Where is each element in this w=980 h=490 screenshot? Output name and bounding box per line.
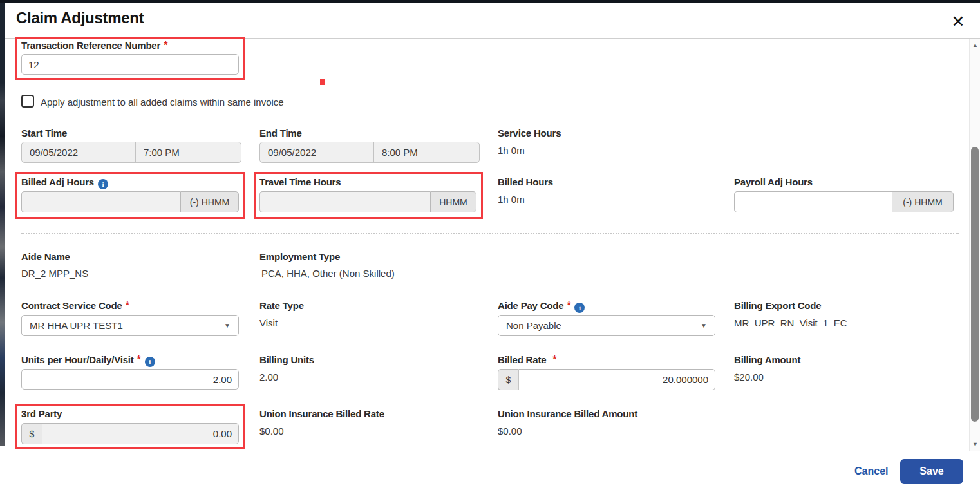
start-time-label: Start Time: [21, 127, 67, 138]
billing-export-code-value: MR_UPR_RN_Visit_1_EC: [734, 317, 847, 328]
scrollbar: ▲ ▼: [969, 39, 980, 451]
required-asterisk: *: [567, 300, 570, 311]
claim-adjustment-page: Claim Adjustment ✕ Transaction Reference…: [0, 0, 980, 490]
dollar-prefix: $: [21, 423, 42, 444]
contract-service-code-label: Contract Service Code*: [21, 300, 129, 312]
billed-hours-value: 1h 0m: [498, 194, 525, 205]
third-party-label: 3rd Party: [21, 408, 62, 419]
contract-service-code-value: MR HHA UPR TEST1: [30, 320, 123, 331]
billed-adj-hours-input[interactable]: [21, 191, 180, 212]
billing-amount-label: Billing Amount: [734, 354, 800, 365]
start-time-input[interactable]: 7:00 PM: [136, 142, 241, 162]
modal-title: Claim Adjustment: [16, 9, 144, 27]
scroll-down-icon[interactable]: ▼: [970, 439, 980, 449]
end-date-input[interactable]: 09/05/2022: [260, 142, 374, 162]
billed-adj-hours-group: (-) HHMM: [21, 191, 239, 212]
union-insurance-billed-rate-label: Union Insurance Billed Rate: [259, 408, 384, 419]
required-asterisk: *: [552, 354, 556, 365]
travel-time-hours-input[interactable]: [259, 191, 430, 212]
end-time-label: End Time: [259, 127, 302, 138]
units-per-hour-label: Units per Hour/Daily/Visit*i: [21, 354, 155, 367]
end-time-input[interactable]: 8:00 PM: [374, 142, 479, 162]
service-hours-label: Service Hours: [498, 127, 561, 138]
backdrop-left-strip: [0, 3, 5, 446]
save-button[interactable]: Save: [900, 459, 963, 484]
union-insurance-billed-amount-label: Union Insurance Billed Amount: [498, 408, 637, 419]
billed-rate-group: $: [498, 369, 715, 390]
rate-type-value: Visit: [259, 317, 278, 328]
annotation-red-dot: [320, 79, 325, 85]
payroll-adj-hours-group: (-) HHMM: [734, 191, 954, 212]
apply-adjustment-checkbox[interactable]: [21, 95, 34, 108]
billing-units-label: Billing Units: [259, 354, 314, 365]
travel-time-hours-group: HHMM: [259, 191, 476, 212]
info-icon[interactable]: i: [98, 179, 108, 189]
dollar-prefix: $: [498, 369, 518, 390]
billed-rate-input[interactable]: [518, 369, 715, 390]
apply-adjustment-label: Apply adjustment to all added claims wit…: [41, 97, 284, 108]
employment-type-value: PCA, HHA, Other (Non Skilled): [261, 268, 395, 279]
chevron-down-icon: ▼: [224, 322, 231, 329]
transaction-ref-input[interactable]: [21, 54, 239, 75]
billed-hours-label: Billed Hours: [498, 176, 553, 187]
travel-time-hours-addon: HHMM: [430, 191, 476, 212]
modal-header: [5, 3, 980, 39]
aide-name-value: DR_2 MPP_NS: [21, 268, 88, 279]
union-insurance-billed-amount-value: $0.00: [498, 426, 522, 437]
contract-service-code-select[interactable]: MR HHA UPR TEST1 ▼: [21, 315, 239, 336]
aide-pay-code-value: Non Payable: [506, 320, 561, 331]
billed-adj-hours-addon: (-) HHMM: [180, 191, 239, 212]
billed-adj-hours-label: Billed Adj Hoursi: [21, 176, 108, 189]
modal-footer: [5, 451, 980, 490]
billing-amount-value: $20.00: [734, 372, 764, 382]
required-asterisk: *: [137, 354, 141, 365]
scrollbar-thumb[interactable]: [971, 147, 979, 422]
third-party-group: $: [21, 423, 239, 444]
transaction-ref-label: Transaction Reference Number*: [21, 40, 167, 52]
info-icon[interactable]: i: [574, 303, 585, 313]
billed-rate-label: Billed Rate*: [498, 354, 556, 366]
close-icon[interactable]: ✕: [948, 12, 968, 31]
units-per-hour-input[interactable]: [21, 369, 239, 390]
service-hours-value: 1h 0m: [498, 145, 525, 156]
end-time-group: 09/05/2022 8:00 PM: [259, 142, 480, 163]
billing-export-code-label: Billing Export Code: [734, 300, 821, 311]
required-asterisk: *: [126, 300, 129, 311]
third-party-input[interactable]: [42, 423, 239, 444]
info-icon[interactable]: i: [145, 357, 155, 367]
section-divider: [21, 233, 959, 234]
chevron-down-icon: ▼: [701, 322, 707, 329]
claim-adjustment-modal: [5, 3, 980, 490]
aide-pay-code-select[interactable]: Non Payable ▼: [498, 315, 715, 336]
employment-type-label: Employment Type: [259, 251, 340, 262]
cancel-button[interactable]: Cancel: [854, 466, 888, 477]
payroll-adj-hours-label: Payroll Adj Hours: [734, 176, 813, 187]
billing-units-value: 2.00: [259, 372, 278, 382]
start-time-group: 09/05/2022 7:00 PM: [21, 142, 241, 163]
rate-type-label: Rate Type: [259, 300, 304, 311]
required-asterisk: *: [164, 40, 167, 51]
union-insurance-billed-rate-value: $0.00: [259, 426, 284, 437]
payroll-adj-hours-input[interactable]: [734, 191, 892, 212]
aide-pay-code-label: Aide Pay Code*i: [498, 300, 585, 313]
scroll-up-icon[interactable]: ▲: [970, 40, 980, 50]
payroll-adj-hours-addon: (-) HHMM: [892, 191, 954, 212]
start-date-input[interactable]: 09/05/2022: [22, 142, 136, 162]
aide-name-label: Aide Name: [21, 251, 70, 262]
travel-time-hours-label: Travel Time Hours: [259, 176, 341, 187]
